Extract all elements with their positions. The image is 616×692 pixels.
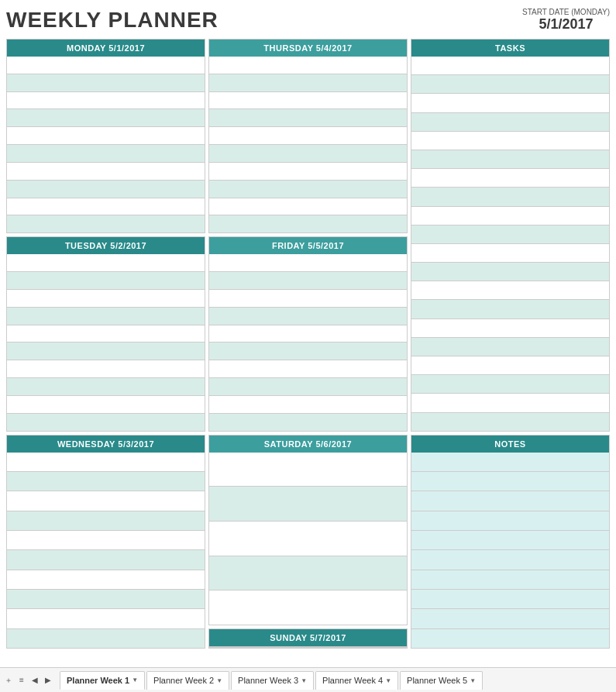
monday-row-2[interactable] <box>7 74 205 92</box>
task-row-19[interactable] <box>411 394 609 412</box>
tuesday-row-8[interactable] <box>7 378 205 396</box>
saturday-row-2[interactable] <box>209 487 407 522</box>
friday-row-3[interactable] <box>209 290 407 308</box>
task-row-11[interactable] <box>411 244 609 263</box>
saturday-row-1[interactable] <box>209 453 407 487</box>
monday-row-3[interactable] <box>7 92 205 110</box>
saturday-row-4[interactable] <box>209 556 407 591</box>
note-row-4[interactable] <box>411 511 609 531</box>
tuesday-row-1[interactable] <box>7 254 205 272</box>
task-row-6[interactable] <box>411 150 609 169</box>
wednesday-row-10[interactable] <box>7 629 205 648</box>
tab-arrow-3[interactable]: ▼ <box>301 677 307 684</box>
wednesday-row-1[interactable] <box>7 453 205 472</box>
friday-row-4[interactable] <box>209 308 407 325</box>
task-row-5[interactable] <box>411 132 609 150</box>
task-row-1[interactable] <box>411 57 609 75</box>
wednesday-row-5[interactable] <box>7 531 205 550</box>
task-row-3[interactable] <box>411 94 609 112</box>
note-row-5[interactable] <box>411 531 609 550</box>
tuesday-row-9[interactable] <box>7 396 205 414</box>
tab-planner-week-1[interactable]: Planner Week 1 ▼ <box>60 671 145 690</box>
task-row-8[interactable] <box>411 188 609 206</box>
tuesday-row-6[interactable] <box>7 343 205 360</box>
task-row-18[interactable] <box>411 375 609 394</box>
monday-row-7[interactable] <box>7 163 205 181</box>
task-row-14[interactable] <box>411 300 609 318</box>
wednesday-row-7[interactable] <box>7 570 205 590</box>
thursday-row-8[interactable] <box>209 181 407 198</box>
friday-row-8[interactable] <box>209 378 407 396</box>
thursday-row-7[interactable] <box>209 163 407 181</box>
tab-planner-week-3[interactable]: Planner Week 3 ▼ <box>231 671 314 690</box>
wednesday-row-4[interactable] <box>7 511 205 531</box>
sheet-next-icon[interactable]: ▶ <box>43 675 53 686</box>
tab-arrow-2[interactable]: ▼ <box>216 677 222 684</box>
sheet-add-icon[interactable]: ＋ <box>3 675 14 686</box>
tuesday-row-10[interactable] <box>7 414 205 431</box>
friday-row-6[interactable] <box>209 343 407 360</box>
tab-planner-week-5[interactable]: Planner Week 5 ▼ <box>400 671 483 690</box>
friday-row-2[interactable] <box>209 272 407 290</box>
task-row-9[interactable] <box>411 207 609 226</box>
saturday-row-3[interactable] <box>209 522 407 556</box>
task-row-17[interactable] <box>411 356 609 375</box>
tuesday-row-2[interactable] <box>7 272 205 290</box>
monday-row-10[interactable] <box>7 215 205 232</box>
task-row-2[interactable] <box>411 75 609 94</box>
wednesday-row-3[interactable] <box>7 491 205 511</box>
task-row-7[interactable] <box>411 169 609 188</box>
monday-row-1[interactable] <box>7 57 205 74</box>
tab-planner-week-4[interactable]: Planner Week 4 ▼ <box>315 671 398 690</box>
monday-row-4[interactable] <box>7 109 205 127</box>
thursday-row-1[interactable] <box>209 57 407 74</box>
task-row-13[interactable] <box>411 281 609 300</box>
task-row-16[interactable] <box>411 338 609 356</box>
task-row-15[interactable] <box>411 319 609 338</box>
wednesday-row-6[interactable] <box>7 550 205 570</box>
task-row-20[interactable] <box>411 413 609 431</box>
note-row-8[interactable] <box>411 590 609 609</box>
friday-row-9[interactable] <box>209 396 407 414</box>
tuesday-row-4[interactable] <box>7 308 205 325</box>
friday-row-5[interactable] <box>209 325 407 343</box>
tab-planner-week-2[interactable]: Planner Week 2 ▼ <box>146 671 229 690</box>
wednesday-row-2[interactable] <box>7 472 205 491</box>
note-row-6[interactable] <box>411 550 609 570</box>
sheet-prev-icon[interactable]: ◀ <box>29 675 40 686</box>
wednesday-row-9[interactable] <box>7 609 205 628</box>
monday-row-6[interactable] <box>7 145 205 163</box>
thursday-row-3[interactable] <box>209 92 407 110</box>
friday-row-1[interactable] <box>209 254 407 272</box>
thursday-row-9[interactable] <box>209 198 407 216</box>
tab-arrow-5[interactable]: ▼ <box>470 677 476 684</box>
note-row-3[interactable] <box>411 491 609 511</box>
friday-row-10[interactable] <box>209 414 407 431</box>
tuesday-row-7[interactable] <box>7 360 205 378</box>
task-row-12[interactable] <box>411 263 609 281</box>
wednesday-row-8[interactable] <box>7 590 205 609</box>
thursday-row-10[interactable] <box>209 215 407 232</box>
sunday-row-2[interactable] <box>209 647 407 648</box>
task-row-4[interactable] <box>411 113 609 132</box>
monday-row-5[interactable] <box>7 127 205 145</box>
note-row-2[interactable] <box>411 472 609 491</box>
note-row-9[interactable] <box>411 609 609 628</box>
note-row-7[interactable] <box>411 570 609 590</box>
monday-row-8[interactable] <box>7 181 205 198</box>
thursday-row-4[interactable] <box>209 109 407 127</box>
note-row-10[interactable] <box>411 629 609 648</box>
thursday-row-2[interactable] <box>209 74 407 92</box>
tuesday-row-5[interactable] <box>7 325 205 343</box>
sheet-list-icon[interactable]: ≡ <box>16 675 27 686</box>
thursday-row-5[interactable] <box>209 127 407 145</box>
saturday-row-5[interactable] <box>209 590 407 625</box>
tab-arrow-4[interactable]: ▼ <box>385 677 391 684</box>
tuesday-row-3[interactable] <box>7 290 205 308</box>
friday-row-7[interactable] <box>209 360 407 378</box>
tab-arrow-1[interactable]: ▼ <box>132 677 138 683</box>
thursday-row-6[interactable] <box>209 145 407 163</box>
note-row-1[interactable] <box>411 453 609 472</box>
task-row-10[interactable] <box>411 226 609 244</box>
monday-row-9[interactable] <box>7 198 205 216</box>
